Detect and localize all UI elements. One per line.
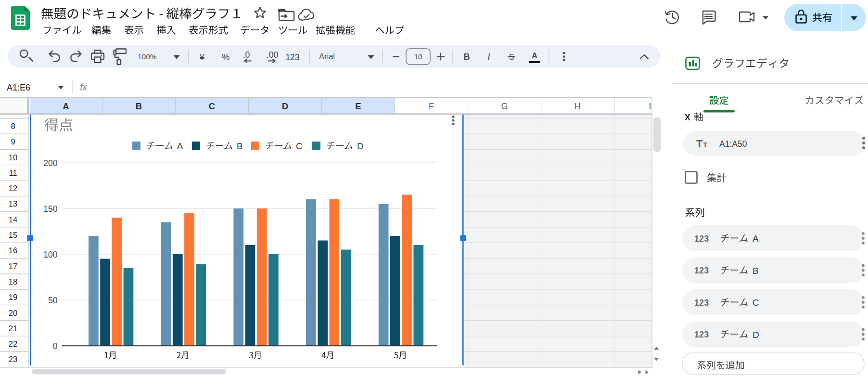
svg-text:.0: .0 [243, 50, 250, 60]
svg-text:15: 15 [9, 231, 17, 239]
svg-text:%: % [222, 52, 230, 62]
svg-text:T: T [696, 138, 703, 150]
svg-text:G: G [501, 102, 508, 111]
svg-text:13: 13 [9, 199, 17, 208]
svg-text:11: 11 [9, 169, 17, 177]
svg-text:F: F [429, 102, 434, 111]
svg-text:A: A [532, 51, 537, 60]
svg-text:B: B [753, 266, 759, 276]
svg-text:12: 12 [9, 184, 17, 193]
svg-text:I: I [487, 52, 490, 62]
svg-text:0: 0 [53, 341, 58, 351]
svg-text:X: X [685, 113, 690, 122]
svg-text:D: D [282, 101, 288, 111]
svg-text:100: 100 [43, 250, 57, 259]
svg-text:¥: ¥ [199, 52, 205, 62]
svg-text:C: C [296, 141, 302, 151]
svg-text:.00: .00 [267, 50, 279, 60]
svg-text:16: 16 [9, 246, 17, 255]
svg-text:C: C [209, 101, 215, 111]
svg-text:I: I [649, 102, 651, 111]
svg-text:B: B [464, 52, 470, 62]
svg-text:14: 14 [9, 215, 17, 224]
svg-text:C: C [753, 298, 759, 308]
svg-text:D: D [357, 141, 363, 151]
svg-text:A: A [63, 101, 69, 111]
svg-text:9: 9 [11, 137, 15, 146]
svg-text:20: 20 [9, 309, 17, 317]
svg-text:200: 200 [43, 158, 57, 168]
svg-text:A: A [753, 233, 759, 244]
svg-text:123: 123 [694, 298, 709, 308]
svg-text:21: 21 [9, 324, 17, 333]
svg-text:T: T [703, 141, 707, 149]
svg-text:10: 10 [414, 52, 422, 61]
svg-text:D: D [753, 330, 759, 340]
svg-text:23: 23 [9, 355, 17, 363]
svg-text:A1:A50: A1:A50 [719, 139, 747, 149]
svg-text:H: H [574, 102, 581, 111]
svg-text:B: B [237, 141, 243, 151]
svg-text:B: B [136, 101, 142, 111]
svg-text:A1:E6: A1:E6 [7, 83, 30, 92]
svg-text:fx: fx [80, 82, 88, 92]
svg-text:50: 50 [48, 296, 58, 305]
svg-text:123: 123 [694, 330, 709, 339]
svg-text:Arial: Arial [319, 52, 335, 61]
svg-text:A: A [177, 141, 183, 151]
svg-text:100%: 100% [138, 52, 157, 61]
svg-text:22: 22 [9, 339, 17, 348]
svg-text:10: 10 [9, 153, 17, 162]
svg-text:19: 19 [9, 293, 17, 301]
svg-text:18: 18 [9, 277, 17, 286]
svg-text:123: 123 [694, 266, 709, 275]
svg-text:E: E [355, 101, 361, 111]
svg-text:17: 17 [9, 262, 17, 271]
svg-text:150: 150 [43, 204, 57, 214]
svg-text:8: 8 [11, 122, 15, 130]
svg-text:S: S [509, 53, 514, 61]
svg-text:123: 123 [694, 234, 709, 244]
svg-text:123: 123 [285, 52, 299, 62]
